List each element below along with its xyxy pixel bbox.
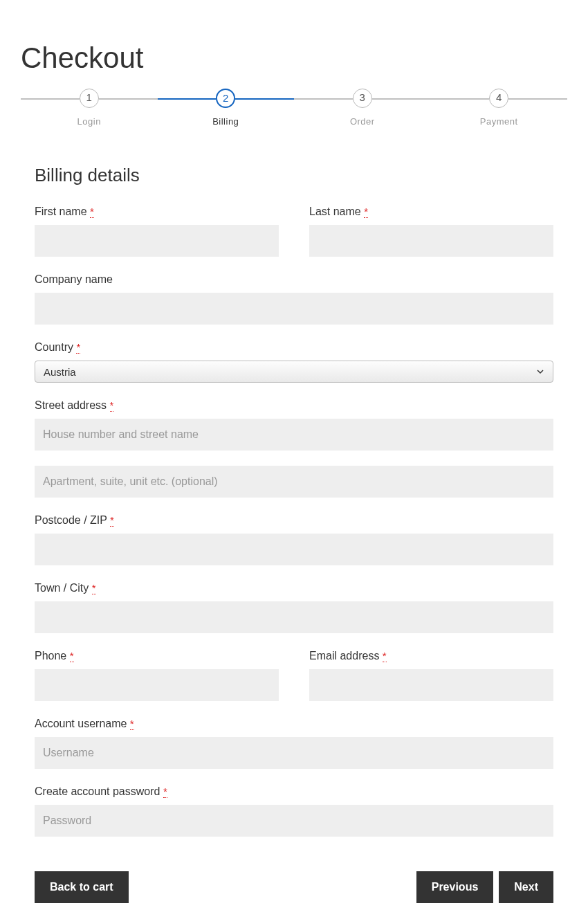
- street-field-wrap: Street address *: [35, 399, 553, 498]
- step-label: Order: [350, 116, 375, 127]
- email-label: Email address *: [309, 650, 553, 662]
- required-mark: *: [364, 206, 368, 218]
- next-button[interactable]: Next: [499, 871, 553, 903]
- country-label: Country *: [35, 341, 553, 354]
- first-name-input[interactable]: [35, 225, 279, 257]
- step-payment[interactable]: 4 Payment: [431, 89, 568, 127]
- last-name-field-wrap: Last name *: [309, 206, 553, 257]
- password-label: Create account password *: [35, 785, 553, 798]
- required-mark: *: [383, 650, 387, 662]
- nav-button-group: Previous Next: [416, 871, 553, 903]
- postcode-label: Postcode / ZIP *: [35, 514, 553, 527]
- phone-label: Phone *: [35, 650, 279, 662]
- country-field-wrap: Country * Austria: [35, 341, 553, 383]
- required-mark: *: [92, 582, 96, 594]
- password-field-wrap: Create account password *: [35, 785, 553, 837]
- step-circle: 3: [353, 89, 372, 108]
- phone-input[interactable]: [35, 669, 279, 701]
- required-mark: *: [110, 514, 114, 527]
- step-label: Payment: [480, 116, 518, 127]
- step-circle: 2: [216, 89, 235, 108]
- first-name-field-wrap: First name *: [35, 206, 279, 257]
- town-label: Town / City *: [35, 582, 553, 594]
- street-address-1-input[interactable]: [35, 419, 553, 451]
- step-label: Billing: [212, 116, 239, 127]
- street-label: Street address *: [35, 399, 553, 412]
- required-mark: *: [90, 206, 94, 218]
- step-order[interactable]: 3 Order: [294, 89, 431, 127]
- required-mark: *: [70, 650, 74, 662]
- step-circle: 4: [489, 89, 508, 108]
- required-mark: *: [130, 718, 134, 730]
- street-address-2-input[interactable]: [35, 466, 553, 498]
- town-input[interactable]: [35, 601, 553, 633]
- required-mark: *: [110, 399, 114, 412]
- username-input[interactable]: [35, 737, 553, 769]
- page-title: Checkout: [21, 42, 567, 75]
- last-name-label: Last name *: [309, 206, 553, 218]
- step-circle: 1: [80, 89, 99, 108]
- step-login[interactable]: 1 Login: [21, 89, 158, 127]
- phone-field-wrap: Phone *: [35, 650, 279, 701]
- postcode-input[interactable]: [35, 534, 553, 565]
- back-to-cart-button[interactable]: Back to cart: [35, 871, 129, 903]
- required-mark: *: [163, 785, 167, 798]
- email-field-wrap: Email address *: [309, 650, 553, 701]
- email-input[interactable]: [309, 669, 553, 701]
- company-input[interactable]: [35, 293, 553, 325]
- password-input[interactable]: [35, 805, 553, 837]
- step-label: Login: [77, 116, 101, 127]
- action-bar: Back to cart Previous Next: [21, 871, 567, 903]
- first-name-label: First name *: [35, 206, 279, 218]
- previous-button[interactable]: Previous: [416, 871, 494, 903]
- username-label: Account username *: [35, 718, 553, 730]
- town-field-wrap: Town / City *: [35, 582, 553, 633]
- postcode-field-wrap: Postcode / ZIP *: [35, 514, 553, 565]
- required-mark: *: [76, 341, 80, 354]
- step-billing[interactable]: 2 Billing: [158, 89, 295, 127]
- last-name-input[interactable]: [309, 225, 553, 257]
- company-field-wrap: Company name: [35, 273, 553, 325]
- chevron-down-icon: [536, 367, 544, 376]
- username-field-wrap: Account username *: [35, 718, 553, 769]
- section-title: Billing details: [35, 165, 553, 186]
- country-select-value: Austria: [44, 366, 536, 378]
- country-select[interactable]: Austria: [35, 361, 553, 383]
- company-label: Company name: [35, 273, 553, 286]
- checkout-stepper: 1 Login 2 Billing 3 Order 4 Payment: [21, 89, 567, 127]
